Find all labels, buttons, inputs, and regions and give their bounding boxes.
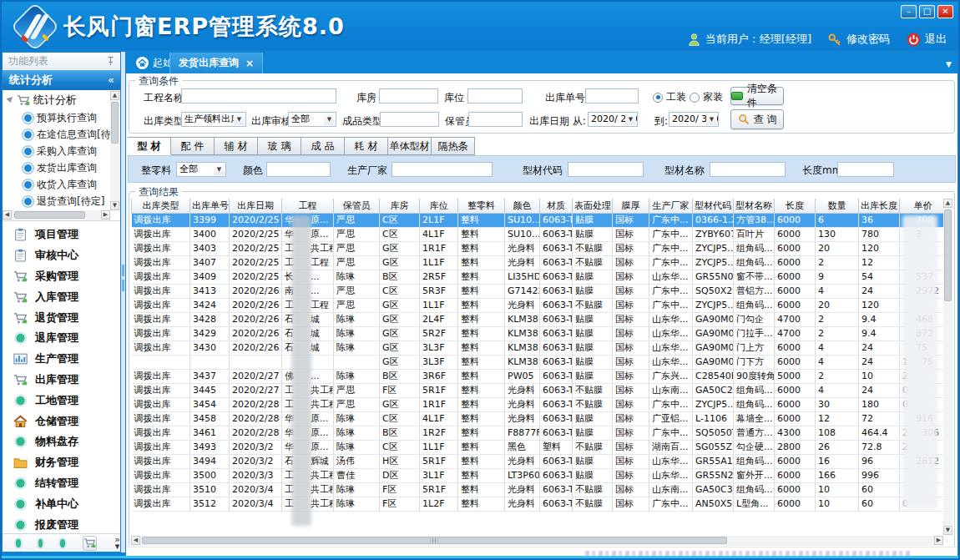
cell-outbound-type[interactable]: 调拨出库 xyxy=(132,369,190,383)
cell-length[interactable]: 5000 xyxy=(775,369,816,383)
cell-location[interactable]: 3R6F xyxy=(420,369,458,383)
cell-film[interactable]: 国标 xyxy=(613,270,649,284)
manufacturer-input[interactable] xyxy=(392,162,493,177)
cell-whole-part[interactable]: 整料 xyxy=(458,255,505,270)
table-row[interactable]: 调拨出库 3494 2020/3/2 石辉城 汤伟 H区 5R1F 整料 光身料… xyxy=(132,454,953,468)
cell-manufacturer[interactable]: 山东南... xyxy=(649,383,693,397)
cell-surface[interactable]: 不贴膜 xyxy=(573,482,613,497)
cell-keeper[interactable]: 陈琳 xyxy=(334,326,380,341)
column-header[interactable]: 出库长度 xyxy=(859,199,900,213)
cell-warehouse[interactable]: C区 xyxy=(380,213,420,227)
cell-color[interactable]: F8877FT xyxy=(505,426,540,440)
cell-date[interactable]: 2020/2/25 xyxy=(230,213,282,227)
cell-film[interactable]: 国标 xyxy=(613,312,649,326)
cell-location[interactable]: 2L1F xyxy=(420,213,458,227)
cell-qty[interactable]: 20 xyxy=(816,298,859,312)
cell-length[interactable]: 6000 xyxy=(775,383,816,397)
cell-order-no[interactable]: 3407 xyxy=(190,255,230,270)
cell-surface[interactable]: 贴膜 xyxy=(573,270,613,284)
cell-location[interactable]: 4L1F xyxy=(420,411,458,426)
cell-warehouse[interactable]: C区 xyxy=(380,227,420,241)
sidebar-menu-item[interactable]: 入库管理 xyxy=(3,286,120,307)
cell-date[interactable]: 2020/2/26 xyxy=(230,312,282,326)
cell-manufacturer[interactable]: 山东南... xyxy=(649,482,693,497)
cell-project[interactable]: 工共工程 xyxy=(282,497,334,511)
cell-qty[interactable]: 20 xyxy=(816,241,859,255)
cell-profile-code[interactable]: GA90M08. xyxy=(693,341,734,355)
cell-color[interactable]: 光身料 xyxy=(505,482,540,497)
chevron-down-icon[interactable]: ▼ xyxy=(706,114,717,125)
cell-project[interactable]: 石城 xyxy=(282,341,334,355)
cell-unit-price[interactable]: 2306 xyxy=(900,426,947,440)
profile-code-input[interactable] xyxy=(568,162,644,177)
cell-unit-price[interactable]: 537 xyxy=(900,270,947,284)
cell-material[interactable]: 6063-T5 xyxy=(540,284,573,298)
material-tab[interactable]: 单体型材 xyxy=(388,137,432,155)
cell-unit-price[interactable]: 468 xyxy=(900,312,947,326)
sidebar-menu-item[interactable]: 补单中心 xyxy=(3,493,120,514)
cell-order-no[interactable]: 3399 xyxy=(190,213,230,227)
cell-profile-name[interactable]: 组角码... xyxy=(734,255,775,270)
cell-profile-code[interactable]: ZYCJP5... xyxy=(693,241,734,255)
cell-qty[interactable]: 130 xyxy=(816,227,859,241)
tree-item[interactable]: 收货入库查询 xyxy=(3,176,110,193)
sidebar-menu-item[interactable]: 财务管理 xyxy=(3,452,120,473)
material-tab[interactable]: 成 品 xyxy=(301,137,345,155)
cell-whole-part[interactable]: 整料 xyxy=(458,440,505,454)
cell-qty[interactable]: 4 xyxy=(816,383,859,397)
cell-location[interactable]: 1R2F xyxy=(420,426,458,440)
cell-keeper[interactable]: 严思 xyxy=(334,284,380,298)
cell-material[interactable]: 6063-T5 xyxy=(540,326,573,341)
cell-manufacturer[interactable]: 广东中... xyxy=(649,213,693,227)
cell-surface[interactable]: 贴膜 xyxy=(573,213,613,227)
cell-outbound-type[interactable]: 调拨出库 xyxy=(132,497,190,511)
cell-profile-code[interactable]: ZYCJP5... xyxy=(693,255,734,270)
cell-profile-code[interactable]: ZYBY607 xyxy=(693,227,734,241)
cell-order-no[interactable]: 3454 xyxy=(190,397,230,411)
cell-manufacturer[interactable]: 广东兴... xyxy=(649,369,693,383)
cell-manufacturer[interactable]: 山东华... xyxy=(649,468,693,482)
cell-length[interactable]: 6000 xyxy=(775,213,816,227)
more-chevron-icon[interactable]: »▾ xyxy=(114,537,120,550)
cell-keeper[interactable]: 严思 xyxy=(334,227,380,241)
cell-profile-name[interactable]: 方管38... xyxy=(734,213,775,227)
cell-keeper[interactable]: 陈琳 xyxy=(334,369,380,383)
cell-whole-part[interactable]: 整料 xyxy=(458,426,505,440)
cell-unit-price[interactable] xyxy=(900,255,947,270)
cell-manufacturer[interactable]: 山东华... xyxy=(649,326,693,341)
cell-material[interactable]: 塑料 xyxy=(540,440,573,454)
cell-length[interactable]: 6000 xyxy=(775,270,816,284)
sidebar-menu-item[interactable]: 退库管理 xyxy=(3,328,120,349)
cell-warehouse[interactable]: G区 xyxy=(380,312,420,326)
cell-date[interactable]: 2020/2/27 xyxy=(230,369,282,383)
column-header[interactable]: 生产厂家 xyxy=(649,199,693,213)
length-input[interactable] xyxy=(837,162,894,177)
dot-icon[interactable] xyxy=(16,539,21,547)
cell-length[interactable]: 6000 xyxy=(775,255,816,270)
cell-film[interactable]: 国标 xyxy=(613,255,649,270)
cell-qty[interactable]: 4 xyxy=(816,355,859,369)
cell-out-length[interactable]: 36 xyxy=(859,213,900,227)
table-row[interactable]: 调拨出库 3512 2020/3/4 工共工程 陈琳 F区 1L2F 整料 光身… xyxy=(132,497,953,511)
cell-project[interactable]: 工共工程 xyxy=(282,397,334,411)
clear-conditions-button[interactable]: 清空条件 xyxy=(730,87,784,105)
cell-warehouse[interactable]: B区 xyxy=(380,369,420,383)
cell-profile-name[interactable]: 窗不带... xyxy=(734,270,775,284)
cell-outbound-type[interactable]: 调拨出库 xyxy=(132,426,190,440)
cell-project[interactable]: 长... xyxy=(282,270,334,284)
cell-surface[interactable]: 贴膜 xyxy=(573,369,613,383)
cell-date[interactable]: 2020/2/26 xyxy=(230,341,282,355)
cell-date[interactable]: 2020/2/26 xyxy=(230,298,282,312)
table-row[interactable]: 调拨出库 3403 2020/2/25 工共工程 严思 G区 1R1F 整料 光… xyxy=(132,241,953,255)
cell-keeper[interactable]: 陈琳 xyxy=(334,497,380,511)
cell-date[interactable]: 2020/2/25 xyxy=(230,255,282,270)
cell-film[interactable]: 国标 xyxy=(613,411,649,426)
cell-project[interactable]: 南... xyxy=(282,284,334,298)
cell-out-length[interactable]: 180 xyxy=(859,397,900,411)
cell-out-length[interactable]: 72.8 xyxy=(859,440,900,454)
column-header[interactable]: 库房 xyxy=(380,199,420,213)
cell-keeper[interactable]: 汤伟 xyxy=(334,454,380,468)
logout-button[interactable]: 退出 xyxy=(907,32,947,47)
cell-outbound-type[interactable]: 调拨出库 xyxy=(132,411,190,426)
cell-length[interactable]: 6000 xyxy=(775,341,816,355)
